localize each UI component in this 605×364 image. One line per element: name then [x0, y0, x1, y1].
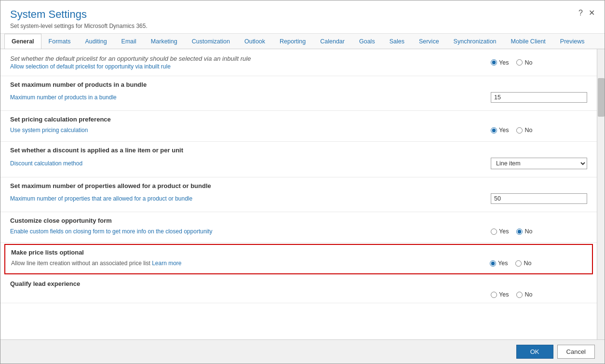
- tab-marketing[interactable]: Marketing: [144, 34, 185, 49]
- close-opp-form-yes-label: Yes: [499, 228, 509, 235]
- section-right-pricing-calc: Yes No: [491, 127, 587, 134]
- pricing-calc-radio-group: Yes No: [491, 127, 532, 134]
- pricelist-default-yes-option[interactable]: Yes: [491, 59, 509, 66]
- pricing-calc-title: Set pricing calculation preference: [10, 116, 587, 123]
- tab-reporting[interactable]: Reporting: [272, 34, 313, 49]
- qualify-lead-radio-group: Yes No: [491, 291, 532, 298]
- main-content: Set whether the default pricelist for an…: [0, 49, 597, 339]
- tab-auditing[interactable]: Auditing: [78, 34, 114, 49]
- pricelist-default-no-option[interactable]: No: [516, 59, 532, 66]
- pricing-calc-desc[interactable]: Use system pricing calculation: [10, 127, 333, 134]
- discount-method-select[interactable]: Line item Per unit: [491, 158, 587, 169]
- system-settings-dialog: System Settings Set system-level setting…: [0, 0, 605, 364]
- section-left-pricing-calc: Use system pricing calculation: [10, 127, 333, 134]
- close-opp-form-title: Customize close opportunity form: [10, 217, 587, 224]
- tabs-bar: General Formats Auditing Email Marketing…: [0, 34, 605, 49]
- tab-calendar[interactable]: Calendar: [313, 34, 352, 49]
- close-icon[interactable]: ✕: [589, 8, 595, 17]
- close-opp-form-desc[interactable]: Enable custom fields on closing form to …: [10, 228, 333, 235]
- price-lists-optional-yes-option[interactable]: Yes: [490, 260, 508, 267]
- qualify-lead-yes-option[interactable]: Yes: [491, 291, 509, 298]
- section-row-close-opp-form: Enable custom fields on closing form to …: [10, 225, 587, 238]
- tab-synchronization[interactable]: Synchronization: [446, 34, 504, 49]
- bundle-max-desc[interactable]: Maximum number of products in a bundle: [10, 94, 333, 101]
- ok-button[interactable]: OK: [516, 345, 553, 359]
- price-lists-optional-no-option[interactable]: No: [515, 260, 531, 267]
- price-lists-optional-yes-label: Yes: [498, 260, 508, 267]
- scrollbar-thumb[interactable]: [598, 78, 605, 117]
- section-row-qualify-lead: Yes No: [10, 288, 587, 301]
- section-pricing-calc: Set pricing calculation preference Use s…: [0, 111, 597, 142]
- tab-goals[interactable]: Goals: [352, 34, 382, 49]
- close-opp-form-yes-option[interactable]: Yes: [491, 228, 509, 235]
- close-opp-form-no-option[interactable]: No: [516, 228, 532, 235]
- tab-sales[interactable]: Sales: [382, 34, 412, 49]
- tab-customization[interactable]: Customization: [185, 34, 237, 49]
- partial-title: Set whether the default pricelist for an…: [10, 55, 333, 62]
- pricing-calc-no-option[interactable]: No: [516, 127, 532, 134]
- section-right-qualify-lead: Yes No: [491, 291, 587, 298]
- section-row-bundle-max: Maximum number of products in a bundle: [10, 89, 587, 106]
- bundle-max-title: Set maximum number of products in a bund…: [10, 81, 587, 88]
- close-opp-form-no-label: No: [524, 228, 532, 235]
- section-right-discount-method: Line item Per unit: [491, 158, 587, 169]
- cancel-button[interactable]: Cancel: [557, 345, 595, 359]
- dialog-title: System Settings: [10, 8, 148, 21]
- pricelist-default-desc[interactable]: Allow selection of default pricelist for…: [10, 63, 333, 70]
- section-properties-max: Set maximum number of properties allowed…: [0, 177, 597, 212]
- qualify-lead-title: Qualify lead experience: [10, 280, 587, 287]
- section-left-properties-max: Maximum number of properties that are al…: [10, 195, 333, 202]
- tab-outlook[interactable]: Outlook: [237, 34, 272, 49]
- section-row-price-lists-optional: Allow line item creation without an asso…: [11, 257, 586, 270]
- tab-service[interactable]: Service: [412, 34, 446, 49]
- discount-method-desc[interactable]: Discount calculation method: [10, 160, 333, 167]
- section-row-properties-max: Maximum number of properties that are al…: [10, 190, 587, 207]
- help-icon[interactable]: ?: [578, 9, 583, 17]
- content-area: Set whether the default pricelist for an…: [0, 49, 605, 339]
- section-row-pricelist-default: Set whether the default pricelist for an…: [10, 52, 587, 73]
- tab-email[interactable]: Email: [114, 34, 144, 49]
- price-lists-optional-title: Make price lists optional: [11, 249, 586, 256]
- pricelist-default-no-radio[interactable]: [516, 59, 523, 66]
- dialog-footer: OK Cancel: [0, 339, 605, 364]
- close-opp-form-no-radio[interactable]: [516, 229, 523, 235]
- pricelist-default-yes-label: Yes: [499, 59, 509, 66]
- tab-formats[interactable]: Formats: [41, 34, 78, 49]
- close-opp-form-yes-radio[interactable]: [491, 229, 497, 235]
- tab-previews[interactable]: Previews: [553, 34, 592, 49]
- price-lists-optional-desc: Allow line item creation without an asso…: [11, 260, 334, 267]
- pricing-calc-no-label: No: [524, 127, 532, 134]
- qualify-lead-yes-label: Yes: [499, 291, 509, 298]
- pricing-calc-yes-radio[interactable]: [491, 127, 497, 134]
- qualify-lead-no-option[interactable]: No: [516, 291, 532, 298]
- section-pricelist-default: Set whether the default pricelist for an…: [0, 49, 597, 76]
- price-lists-optional-yes-radio[interactable]: [490, 260, 496, 267]
- close-opp-form-radio-group: Yes No: [491, 228, 532, 235]
- section-right-bundle-max: [491, 92, 587, 103]
- price-lists-optional-no-label: No: [524, 260, 531, 267]
- dialog-subtitle: Set system-level settings for Microsoft …: [10, 23, 148, 29]
- qualify-lead-yes-radio[interactable]: [491, 292, 497, 298]
- section-right-price-lists-optional: Yes No: [490, 260, 586, 267]
- pricelist-default-no-label: No: [524, 59, 532, 66]
- pricing-calc-yes-label: Yes: [499, 127, 509, 134]
- properties-max-desc[interactable]: Maximum number of properties that are al…: [10, 195, 333, 202]
- header-left: System Settings Set system-level setting…: [10, 8, 148, 29]
- section-right-pricelist-default: Yes No: [491, 59, 587, 66]
- section-discount-method: Set whether a discount is applied as a l…: [0, 142, 597, 177]
- price-lists-optional-desc-text: Allow line item creation without an asso…: [11, 260, 152, 267]
- pricing-calc-no-radio[interactable]: [516, 127, 523, 134]
- pricing-calc-yes-option[interactable]: Yes: [491, 127, 509, 134]
- properties-max-input[interactable]: [491, 193, 587, 204]
- price-lists-optional-no-radio[interactable]: [515, 260, 522, 267]
- qualify-lead-no-radio[interactable]: [516, 292, 523, 298]
- section-price-lists-optional: Make price lists optional Allow line ite…: [4, 244, 593, 274]
- pricelist-default-yes-radio[interactable]: [491, 59, 497, 66]
- price-lists-optional-learn-more[interactable]: Learn more: [152, 260, 181, 267]
- tab-general[interactable]: General: [4, 34, 41, 49]
- scrollbar-track[interactable]: [597, 49, 605, 339]
- bundle-max-input[interactable]: [491, 92, 587, 103]
- tab-mobile-client[interactable]: Mobile Client: [504, 34, 553, 49]
- discount-method-title: Set whether a discount is applied as a l…: [10, 147, 587, 154]
- dialog-controls: ? ✕: [578, 8, 595, 17]
